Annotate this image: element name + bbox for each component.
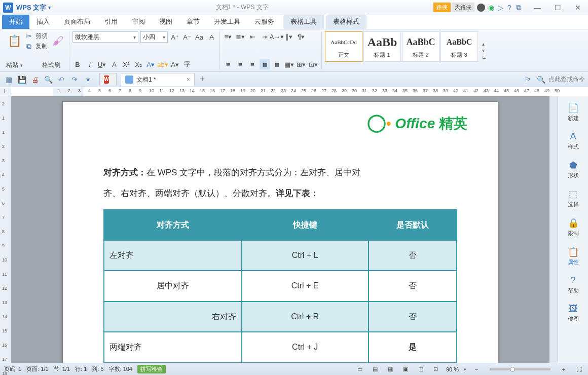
sync-icon[interactable]: ◉	[487, 3, 496, 12]
tab-页面布局[interactable]: 页面布局	[57, 15, 97, 29]
view-web[interactable]: ▦	[385, 365, 395, 373]
zoom-in[interactable]: +	[559, 365, 569, 373]
underline-button[interactable]: U▾	[97, 59, 107, 69]
home-tab[interactable]: W	[99, 73, 117, 86]
maximize-button[interactable]: ☐	[547, 0, 568, 15]
qat-more-icon[interactable]: ▾	[82, 74, 93, 85]
strikethrough-button[interactable]: A̶	[109, 59, 119, 69]
tab-云服务[interactable]: 云服务	[247, 15, 281, 29]
view-draft[interactable]: ⊡	[431, 365, 441, 373]
zoom-out[interactable]: −	[471, 365, 482, 373]
undo-icon[interactable]: ↶	[56, 74, 67, 85]
sidepanel-样式[interactable]: A样式	[561, 129, 586, 153]
font-size-select[interactable]: 小四	[140, 31, 168, 43]
sidepanel-形状[interactable]: ⬟形状	[561, 158, 586, 181]
cloud-icon[interactable]: ▷	[496, 3, 505, 12]
sidepanel-选择[interactable]: ⬚选择	[561, 186, 586, 210]
new-tab-button[interactable]: +	[200, 74, 205, 85]
sidepanel-限制[interactable]: 🔒限制	[561, 215, 586, 239]
char-border-button[interactable]: A▾	[170, 59, 180, 69]
styles-scroll-down[interactable]: ▾	[482, 48, 486, 53]
copy-button[interactable]: ⧉复制	[24, 42, 48, 51]
vertical-ruler[interactable]: 21123456789101112131415161718	[0, 96, 11, 363]
highlight-button[interactable]: ab▾	[158, 59, 168, 69]
tab-开始[interactable]: 开始	[2, 15, 29, 29]
tab-表格工具[interactable]: 表格工具	[283, 15, 324, 29]
grow-font-button[interactable]: A⁺	[170, 32, 180, 42]
align-center-button[interactable]: ≡	[235, 59, 245, 69]
clear-format-button[interactable]: A̶	[206, 32, 216, 42]
change-case-button[interactable]: Aa	[194, 32, 204, 42]
italic-button[interactable]: I	[85, 59, 95, 69]
status-pages[interactable]: 页面: 1/1	[26, 365, 48, 373]
font-color-button[interactable]: A▾	[145, 59, 156, 69]
view-reading[interactable]: ▣	[400, 365, 411, 373]
paste-icon[interactable]: 📋	[6, 33, 22, 49]
tab-视图[interactable]: 视图	[152, 15, 179, 29]
styles-scroll-up[interactable]: ▴	[482, 41, 486, 47]
status-row[interactable]: 行: 1	[75, 365, 87, 373]
page[interactable]: ◯• Office 精英 对齐方式：在 WPS 文字中，段落的对齐方式分为：左对…	[62, 101, 498, 363]
paste-label[interactable]: 粘贴	[6, 61, 18, 69]
badge-luxia[interactable]: 路侠	[433, 3, 451, 12]
search-placeholder[interactable]: 点此查找命令	[548, 75, 585, 84]
style-标题 1[interactable]: AaBb标题 1	[363, 31, 401, 62]
close-button[interactable]: ✕	[568, 0, 588, 15]
doc-tab-close[interactable]: ×	[187, 76, 190, 83]
tab-引用[interactable]: 引用	[97, 15, 125, 29]
fit-page[interactable]: ⛶	[574, 365, 584, 373]
table-header[interactable]: 快捷键	[242, 210, 369, 240]
increase-indent-button[interactable]: ⇥	[260, 31, 270, 42]
table-row[interactable]: 右对齐Ctrl + R否	[104, 302, 457, 332]
char-shading-button[interactable]: 字	[182, 59, 192, 69]
view-print-layout[interactable]: ▭	[355, 365, 365, 373]
style-标题 3[interactable]: AaBbC标题 3	[440, 31, 478, 62]
styles-expand[interactable]: ⊏	[482, 54, 486, 60]
decrease-indent-button[interactable]: ⇤	[247, 31, 258, 42]
view-outline[interactable]: ▤	[370, 365, 380, 373]
sidepanel-帮助[interactable]: ?帮助	[561, 273, 586, 296]
bullets-button[interactable]: ≡▾	[223, 31, 233, 42]
print-icon[interactable]: 🖨	[29, 74, 41, 85]
pin-icon[interactable]: ⧉	[514, 3, 523, 12]
table-header[interactable]: 是否默认	[369, 210, 457, 240]
zoom-level[interactable]: 90 %	[446, 366, 459, 372]
tab-审阅[interactable]: 审阅	[125, 15, 152, 29]
document-canvas[interactable]: ◯• Office 精英 对齐方式：在 WPS 文字中，段落的对齐方式分为：左对…	[11, 96, 549, 363]
numbering-button[interactable]: ≣▾	[235, 31, 245, 42]
align-distribute-button[interactable]: ≣	[272, 59, 282, 69]
style-标题 2[interactable]: AaBbC标题 2	[402, 31, 439, 62]
status-section[interactable]: 节: 1/1	[54, 365, 70, 373]
table-row[interactable]: 两端对齐Ctrl + J是	[104, 332, 457, 362]
align-right-button[interactable]: ≡	[247, 59, 258, 69]
new-icon[interactable]: ▥	[3, 74, 14, 85]
tab-开发工具[interactable]: 开发工具	[207, 15, 247, 29]
tab-插入[interactable]: 插入	[29, 15, 57, 29]
save-icon[interactable]: 💾	[16, 74, 27, 85]
search-icon[interactable]: 🔍	[535, 74, 546, 85]
style-正文[interactable]: AaBbCcDd正文	[325, 31, 362, 62]
tab-表格样式[interactable]: 表格样式	[326, 15, 366, 29]
line-spacing-button[interactable]: ‖▾	[284, 31, 294, 42]
borders-button[interactable]: ⊞▾	[296, 59, 306, 69]
vertical-scrollbar[interactable]	[549, 96, 558, 363]
subscript-button[interactable]: X₂	[133, 59, 143, 69]
sidepanel-传图[interactable]: 🖼传图	[561, 302, 586, 325]
bold-button[interactable]: B	[72, 59, 83, 69]
sort-button[interactable]: ⊡▾	[308, 59, 318, 69]
tab-章节[interactable]: 章节	[179, 15, 207, 29]
superscript-button[interactable]: X²	[121, 59, 131, 69]
cut-button[interactable]: ✂剪切	[24, 31, 48, 41]
document-body[interactable]: 对齐方式：在 WPS 文字中，段落的对齐方式分为：左对齐、居中对 齐、右对齐、两…	[103, 163, 457, 363]
table-row[interactable]: 居中对齐Ctrl + E否	[104, 271, 457, 301]
sidepanel-属性[interactable]: 📋属性	[561, 244, 586, 268]
align-left-button[interactable]: ≡	[223, 59, 233, 69]
table-header[interactable]: 对齐方式	[104, 210, 242, 240]
feedback-icon[interactable]: 🏳	[522, 74, 533, 85]
alignment-table[interactable]: 对齐方式快捷键是否默认 左对齐Ctrl + L否居中对齐Ctrl + E否右对齐…	[103, 209, 457, 363]
print-preview-icon[interactable]: 🔍	[43, 74, 54, 85]
align-justify-button[interactable]: ≣	[260, 59, 270, 69]
table-row[interactable]: 左对齐Ctrl + L否	[104, 240, 457, 271]
zoom-slider[interactable]	[490, 368, 550, 370]
char-scale-button[interactable]: A↔▾	[272, 31, 282, 42]
